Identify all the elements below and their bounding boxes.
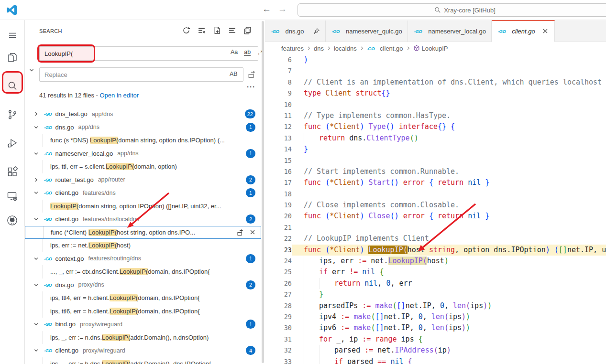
- breadcrumb-item-features[interactable]: features: [281, 45, 304, 52]
- search-input[interactable]: [39, 46, 258, 61]
- code-line[interactable]: 8// Client is an implementation of dns.C…: [265, 77, 606, 88]
- search-result-match-row[interactable]: LookupIP(domain string, option IPOption)…: [25, 200, 261, 213]
- code-line[interactable]: 10: [265, 99, 606, 110]
- collapse-all-icon[interactable]: [228, 26, 236, 34]
- navigate-back-button[interactable]: ←: [262, 4, 271, 14]
- code-line[interactable]: 29ipv4 := make([]net.IP, 0, len(ips)): [265, 311, 606, 322]
- tab-nameserver_local.go[interactable]: -GOnameserver_local.go: [408, 20, 492, 42]
- code-line[interactable]: 13return dns.ClientType(): [265, 133, 606, 144]
- explorer-icon[interactable]: [0, 48, 24, 67]
- pin-icon[interactable]: [313, 28, 320, 35]
- refresh-icon[interactable]: [182, 26, 190, 34]
- code-line[interactable]: 16// Start implements common.Runnable.: [265, 166, 606, 177]
- chevron-down-icon[interactable]: [33, 347, 41, 354]
- chevron-down-icon[interactable]: [33, 215, 41, 223]
- code-line[interactable]: 14}: [265, 144, 606, 155]
- search-result-match-row[interactable]: ..., _, err := ctx.dnsClient.LookupIP(do…: [25, 265, 261, 278]
- search-result-file-row[interactable]: -GOdns.goproxy/dns2: [25, 278, 261, 292]
- toggle-replace-chevron-icon[interactable]: [29, 66, 35, 73]
- indent-guide: [43, 160, 43, 173]
- navigate-forward-button[interactable]: →: [278, 4, 287, 14]
- clear-search-results-icon[interactable]: [198, 26, 206, 34]
- search-result-file-row[interactable]: -GObind.goproxy/wireguard1: [25, 318, 261, 331]
- search-result-match-row[interactable]: ips, err := net.LookupIP(host): [25, 239, 261, 252]
- code-line[interactable]: 24ips, err := net.LookupIP(host): [265, 256, 606, 267]
- code-line[interactable]: 21: [265, 222, 606, 233]
- menu-icon[interactable]: [0, 26, 24, 45]
- tab-client.go[interactable]: -GOclient.go: [492, 20, 555, 42]
- source-control-icon[interactable]: [0, 105, 24, 124]
- code-line[interactable]: 6): [265, 54, 606, 65]
- whole-word-icon[interactable]: ab: [244, 49, 251, 56]
- code-line[interactable]: 27}: [265, 289, 606, 300]
- replace-input[interactable]: [39, 67, 243, 82]
- chevron-right-icon[interactable]: [33, 176, 41, 183]
- match-case-icon[interactable]: Aa: [231, 49, 238, 56]
- replace-icon[interactable]: [237, 228, 244, 236]
- open-in-editor-link[interactable]: Open in editor: [99, 92, 139, 99]
- search-result-file-row[interactable]: -GOclient.gofeatures/dns1: [25, 186, 261, 200]
- code-line[interactable]: 15: [265, 155, 606, 166]
- search-icon[interactable]: [0, 76, 24, 96]
- code-line[interactable]: 30ipv6 := make([]net.IP, 0, len(ips)): [265, 322, 606, 333]
- dismiss-icon[interactable]: [249, 228, 257, 236]
- code-line[interactable]: 25if err != nil {: [265, 267, 606, 278]
- code-line[interactable]: 7: [265, 65, 606, 76]
- chevron-down-icon[interactable]: [33, 321, 41, 328]
- breadcrumb-item-localdns[interactable]: localdns: [334, 45, 357, 52]
- tab-nameserver_quic.go[interactable]: -GOnameserver_quic.go: [326, 20, 408, 42]
- github-icon[interactable]: [0, 211, 24, 230]
- search-result-file-row[interactable]: -GOdns_test.goapp/dns22: [25, 107, 261, 121]
- line-number: 33: [265, 356, 292, 364]
- chevron-down-icon[interactable]: [33, 123, 41, 131]
- code-line[interactable]: 18: [265, 189, 606, 200]
- chevron-down-icon[interactable]: [33, 189, 41, 197]
- replace-all-icon[interactable]: [248, 70, 257, 79]
- search-result-file-row[interactable]: -GOdns.goapp/dns1: [25, 121, 261, 134]
- search-result-file-row[interactable]: -GOcontext.gofeatures/routing/dns1: [25, 252, 261, 266]
- breadcrumb-item-LookupIP[interactable]: LookupIP: [413, 45, 448, 52]
- search-result-file-row[interactable]: -GOclient.gofeatures/dns/localdns2: [25, 213, 261, 226]
- code-line[interactable]: 17func (*Client) Start() error { return …: [265, 177, 606, 188]
- search-result-match-row[interactable]: ips, ttl, err = s.client.LookupIP(domain…: [25, 160, 261, 173]
- chevron-down-icon[interactable]: [33, 150, 41, 157]
- search-result-match-row[interactable]: func (*Client) LookupIP(host string, opt…: [25, 226, 261, 239]
- code-line[interactable]: 22// LookupIP implements Client.: [265, 233, 606, 244]
- code-line[interactable]: 28parsedIPs := make([]net.IP, 0, len(ips…: [265, 300, 606, 311]
- code-line[interactable]: 12func (*Client) Type() interface{} {: [265, 121, 606, 132]
- search-result-match-row[interactable]: ips, ttl6, err = h.client.LookupIP(domai…: [25, 305, 261, 318]
- search-result-file-row[interactable]: -GOnameserver_local.goapp/dns1: [25, 147, 261, 161]
- code-line[interactable]: 20func (*Client) Close() error { return …: [265, 211, 606, 222]
- search-result-match-row[interactable]: ips, _, err := h.dns.LookupIP(addr.Domai…: [25, 357, 261, 364]
- chevron-down-icon[interactable]: [33, 255, 41, 262]
- preserve-case-icon[interactable]: AB: [230, 71, 238, 77]
- extensions-icon[interactable]: [0, 162, 24, 182]
- code-line[interactable]: 26return nil, 0, err: [265, 278, 606, 289]
- remote-explorer-icon[interactable]: [0, 187, 24, 206]
- code-line[interactable]: 11// Type implements common.HasType.: [265, 110, 606, 121]
- search-result-match-row[interactable]: ips, ttl4, err = h.client.LookupIP(domai…: [25, 291, 261, 305]
- code-line[interactable]: 23func (*Client) LookupIP(host string, o…: [265, 245, 606, 256]
- toggle-search-details-icon[interactable]: ···: [247, 83, 255, 91]
- new-search-editor-icon[interactable]: [213, 26, 221, 34]
- code-line[interactable]: 32parsed := net.IPAddress(ip): [265, 345, 606, 356]
- tab-dns.go[interactable]: -GOdns.go: [265, 20, 326, 42]
- search-result-file-row[interactable]: -GOclient.goproxy/wireguard4: [25, 344, 261, 357]
- breadcrumb-item-client.go[interactable]: -GOclient.go: [367, 45, 403, 52]
- view-as-tree-icon[interactable]: [243, 26, 252, 34]
- chevron-down-icon[interactable]: [33, 281, 41, 289]
- search-result-match-row[interactable]: func (s *DNS) LookupIP(domain string, op…: [25, 134, 261, 147]
- code-editor[interactable]: 6)78// Client is an implementation of dn…: [265, 54, 606, 364]
- search-result-match-row[interactable]: ips, _, err := n.dns.LookupIP(addr.Domai…: [25, 331, 261, 344]
- breadcrumb-item-dns[interactable]: dns: [314, 45, 324, 52]
- sidebar-scrollbar[interactable]: [262, 21, 264, 363]
- code-line[interactable]: 31for _, ip := range ips {: [265, 334, 606, 345]
- search-result-file-row[interactable]: -GOrouter_test.goapp/router2: [25, 173, 261, 187]
- command-center-search[interactable]: Xray-core [GitHub]: [297, 3, 606, 17]
- run-and-debug-icon[interactable]: [0, 134, 24, 153]
- close-icon[interactable]: [542, 28, 549, 35]
- code-line[interactable]: 33if parsed == nil {: [265, 356, 606, 364]
- code-line[interactable]: 9type Client struct{}: [265, 88, 606, 99]
- code-line[interactable]: 19// Close implements common.Closable.: [265, 200, 606, 211]
- chevron-right-icon[interactable]: [33, 110, 41, 118]
